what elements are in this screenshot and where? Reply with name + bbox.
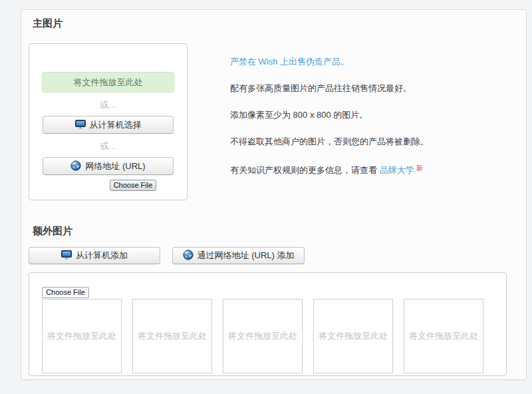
counterfeit-policy-link[interactable]: 严禁在 Wish 上出售伪造产品。 [230, 57, 523, 67]
extra-choose-file-input[interactable]: Choose File [42, 287, 89, 298]
drop-zone-label: 将文件拖放至此处 [228, 330, 297, 342]
main-images-title: 主图片 [33, 17, 63, 30]
drop-zone-label: 将文件拖放至此处 [409, 330, 478, 342]
or-separator: 或... [29, 141, 187, 152]
computer-icon [61, 250, 72, 260]
globe-icon [70, 160, 81, 171]
add-from-url-label: 通过网络地址 (URL) 添加 [198, 250, 295, 260]
extra-drop-zone-1[interactable]: 将文件拖放至此处 [42, 299, 122, 373]
url-upload-label: 网络地址 (URL) [85, 161, 145, 171]
new-badge: 新 [416, 164, 423, 172]
quality-tip: 配有多张高质量图片的产品往往销售情况最好。 [230, 84, 523, 93]
extra-drop-zone-5[interactable]: 将文件拖放至此处 [404, 299, 483, 373]
resolution-tip: 添加像素至少为 800 x 800 的图片。 [230, 110, 523, 120]
image-upload-card: 主图片 将文件拖放至此处 或... 从计算机选择 或... [21, 9, 527, 380]
no-stealing-tip: 不得盗取其他商户的图片，否则您的产品将被删除。 [230, 137, 523, 146]
add-from-computer-label: 从计算机添加 [76, 250, 128, 260]
globe-icon [183, 250, 194, 260]
or-separator: 或... [29, 100, 187, 110]
main-drag-drop-zone[interactable]: 将文件拖放至此处 [42, 72, 174, 93]
select-from-computer-button[interactable]: 从计算机选择 [43, 116, 174, 134]
brand-university-link[interactable]: 品牌大学 [380, 165, 414, 175]
drop-zone-label: 将文件拖放至此处 [319, 330, 388, 342]
computer-icon [75, 119, 86, 130]
url-upload-button[interactable]: 网络地址 (URL) [43, 157, 174, 175]
extra-images-title: 额外图片 [33, 225, 72, 238]
drop-zone-label: 将文件拖放至此处 [47, 330, 116, 342]
extra-drop-zone-3[interactable]: 将文件拖放至此处 [223, 299, 303, 373]
add-from-url-button[interactable]: 通过网络地址 (URL) 添加 [172, 247, 305, 264]
main-image-upload-panel: 将文件拖放至此处 或... 从计算机选择 或... [29, 43, 188, 200]
main-choose-file-input[interactable]: Choose File [110, 180, 156, 191]
extra-images-panel: Choose File 将文件拖放至此处 将文件拖放至此处 将文件拖放至此处 将… [29, 272, 507, 376]
add-from-computer-button[interactable]: 从计算机添加 [29, 247, 160, 264]
extra-drop-zone-2[interactable]: 将文件拖放至此处 [132, 299, 212, 373]
drop-zone-label: 将文件拖放至此处 [138, 330, 207, 342]
extra-drop-zone-4[interactable]: 将文件拖放至此处 [313, 299, 393, 373]
ip-rules-tip: 有关知识产权规则的更多信息，请查看 品牌大学新 [230, 164, 523, 175]
select-from-computer-label: 从计算机选择 [90, 120, 142, 130]
ip-rules-text: 有关知识产权规则的更多信息，请查看 [230, 165, 380, 175]
image-guidelines: 严禁在 Wish 上出售伪造产品。 配有多张高质量图片的产品往往销售情况最好。 … [230, 57, 523, 192]
